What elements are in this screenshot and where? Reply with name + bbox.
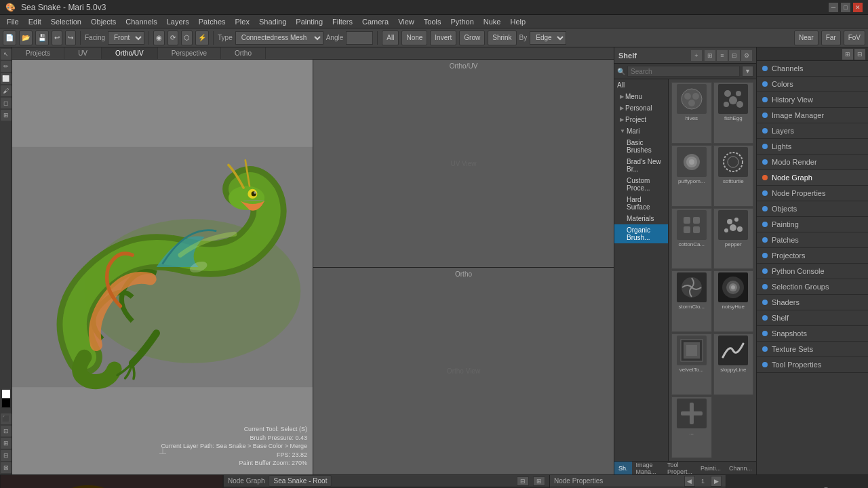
tree-item-organic[interactable]: Organic Brush... <box>614 224 668 243</box>
panel-list-node-graph[interactable]: Node Graph <box>757 170 868 186</box>
invert-button[interactable]: Invert <box>430 30 456 45</box>
paint-tool[interactable]: ✏ <box>1 61 12 72</box>
clone-tool[interactable]: ⊞ <box>1 110 12 121</box>
tree-item-materials[interactable]: Materials <box>614 213 668 224</box>
tree-item-hard[interactable]: Hard Surface <box>614 194 668 213</box>
panel-list-layers[interactable]: Layers <box>757 123 868 139</box>
toolbar-btn-1[interactable]: ◉ <box>153 30 165 45</box>
panel-list-image-mgr[interactable]: Image Manager <box>757 108 868 123</box>
none-button[interactable]: None <box>401 30 427 45</box>
panel-list-shaders[interactable]: Shaders <box>757 295 868 310</box>
panel-list-projectors[interactable]: Projectors <box>757 248 868 264</box>
sub-tab-sh[interactable]: Sh. <box>614 462 632 474</box>
new-file-button[interactable]: 📄 <box>3 30 16 45</box>
shelf-icon-3[interactable]: ⊟ <box>729 50 740 61</box>
panel-list-patches[interactable]: Patches <box>757 232 868 248</box>
viewport-ortho[interactable]: Ortho Ortho View <box>313 268 614 475</box>
menu-layers[interactable]: Layers <box>163 16 193 27</box>
viewport-ortho-uv[interactable]: Ortho/UV UV View <box>313 60 614 267</box>
panel-list-tool-props[interactable]: Tool Properties <box>757 357 868 373</box>
panel-list-colors[interactable]: Colors <box>757 77 868 92</box>
shelf-icon-2[interactable]: ≡ <box>717 50 728 61</box>
sub-tab-paint[interactable]: Painti... <box>696 462 725 474</box>
node-props-nav-next[interactable]: ▶ <box>711 476 722 487</box>
brush-cottonga[interactable]: cottonCa... <box>671 208 712 270</box>
menu-file[interactable]: File <box>3 16 23 27</box>
tree-item-mari[interactable]: ▼ Mari <box>614 125 668 137</box>
panel-list-history[interactable]: History View <box>757 92 868 108</box>
menu-python[interactable]: Python <box>447 16 478 27</box>
panel-list-snapshots[interactable]: Snapshots <box>757 326 868 342</box>
panel-list-channels[interactable]: Channels <box>757 61 868 77</box>
minimize-button[interactable]: ─ <box>829 3 838 12</box>
tool-btn-extra3[interactable]: ⊞ <box>1 438 12 449</box>
brush-noisyhue[interactable]: noisyHue <box>713 270 754 332</box>
brush-hives[interactable]: hives <box>671 82 712 144</box>
tool-btn-extra2[interactable]: ⊡ <box>1 426 12 436</box>
panel-list-selection-groups[interactable]: Selection Groups <box>757 279 868 295</box>
tree-item-all[interactable]: All <box>614 79 668 91</box>
shelf-icon-1[interactable]: ⊞ <box>705 50 715 61</box>
open-button[interactable]: 📂 <box>19 30 33 45</box>
toolbar-btn-4[interactable]: ⚡ <box>195 30 209 45</box>
brush-sloppyline[interactable]: sloppyLine <box>713 333 754 395</box>
menu-objects[interactable]: Objects <box>87 16 120 27</box>
panel-list-node-props[interactable]: Node Properties <box>757 186 868 201</box>
brush-puffypom[interactable]: puffypom... <box>671 145 712 207</box>
brush-extra[interactable]: ... <box>671 396 712 458</box>
node-graph-zoom-out[interactable]: ⊟ <box>517 476 529 486</box>
type-dropdown[interactable]: Connectedness Mesh <box>235 31 323 45</box>
menu-shading[interactable]: Shading <box>255 16 290 27</box>
menu-help[interactable]: Help <box>506 16 530 27</box>
panel-list-painting[interactable]: Painting <box>757 217 868 232</box>
tab-ortho-uv[interactable]: Ortho/UV <box>102 47 158 59</box>
menu-tools[interactable]: Tools <box>420 16 446 27</box>
bg-color-swatch[interactable] <box>1 399 11 408</box>
tab-projects[interactable]: Projects <box>12 47 64 59</box>
panel-list-shelf[interactable]: Shelf <box>757 310 868 326</box>
redo-button[interactable]: ↪ <box>65 30 76 45</box>
brush-tool[interactable]: 🖌 <box>1 85 12 96</box>
toolbar-btn-3[interactable]: ⬡ <box>181 30 193 45</box>
undo-button[interactable]: ↩ <box>52 30 62 45</box>
tree-item-project[interactable]: ▶ Project <box>614 114 668 125</box>
sub-tab-chann[interactable]: Chann... <box>725 462 756 474</box>
tree-item-personal[interactable]: ▶ Personal <box>614 102 668 114</box>
all-button[interactable]: All <box>382 30 399 45</box>
menu-patches[interactable]: Patches <box>195 16 230 27</box>
sub-tab-tool-prop[interactable]: Tool Propert... <box>663 462 696 474</box>
shelf-icon-4[interactable]: ⚙ <box>741 50 752 61</box>
fg-color-swatch[interactable] <box>1 389 11 399</box>
save-button[interactable]: 💾 <box>35 30 49 45</box>
erase-tool[interactable]: ◻ <box>1 98 12 108</box>
menu-camera[interactable]: Camera <box>358 16 393 27</box>
tool-btn-extra4[interactable]: ⊟ <box>1 450 12 461</box>
menu-filters[interactable]: Filters <box>328 16 357 27</box>
panel-list-lights[interactable]: Lights <box>757 139 868 155</box>
panel-list-modo[interactable]: Modo Render <box>757 155 868 170</box>
menu-plex[interactable]: Plex <box>231 16 254 27</box>
sub-tab-image-mana[interactable]: Image Mana... <box>632 462 663 474</box>
select-tool[interactable]: ↖ <box>1 49 12 60</box>
tool-btn-extra1[interactable]: ⬛ <box>1 413 12 424</box>
facing-dropdown[interactable]: Front <box>108 31 144 45</box>
tree-item-brads[interactable]: Brad's New Br... <box>614 156 668 175</box>
fov-button[interactable]: FoV <box>844 30 865 45</box>
maximize-button[interactable]: □ <box>841 3 850 12</box>
shelf-filter-btn[interactable]: ▼ <box>742 66 753 77</box>
menu-channels[interactable]: Channels <box>121 16 161 27</box>
panel-list-texture-sets[interactable]: Texture Sets <box>757 342 868 357</box>
viewport-main[interactable]: Current Tool: Select (S) Brush Pressure:… <box>12 60 313 474</box>
by-dropdown[interactable]: Edge <box>530 31 566 45</box>
node-graph-zoom-in[interactable]: ⊞ <box>533 476 545 486</box>
fill-tool[interactable]: ⬜ <box>1 73 12 84</box>
panel-list-python[interactable]: Python Console <box>757 264 868 279</box>
tool-btn-extra5[interactable]: ⊠ <box>1 462 12 473</box>
shrink-button[interactable]: Shrink <box>488 30 516 45</box>
toolbar-btn-2[interactable]: ⟳ <box>167 30 178 45</box>
brush-pepper[interactable]: pepper <box>713 208 754 270</box>
brush-velvetto[interactable]: velvetTo... <box>671 333 712 395</box>
panel-list-undock[interactable]: ⊞ <box>842 49 853 60</box>
menu-nuke[interactable]: Nuke <box>479 16 505 27</box>
near-button[interactable]: Near <box>794 30 818 45</box>
